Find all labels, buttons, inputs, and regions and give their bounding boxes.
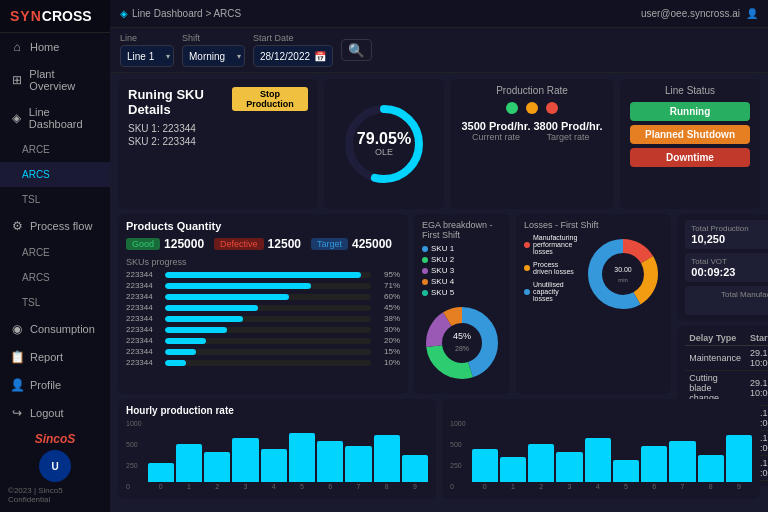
good-label: Good <box>126 238 160 250</box>
sidebar-item-logout[interactable]: ↪Logout <box>0 399 110 424</box>
target-rate: 3800 Prod/hr. Target rate <box>533 120 602 142</box>
user-info: user@oee.syncross.ai 👤 <box>641 8 758 19</box>
sku-bar-label: 223344 <box>126 281 161 290</box>
sku-bar-row: 223344 38% <box>126 314 400 323</box>
delay-type: Maintenance <box>685 346 746 371</box>
bar-fill <box>261 449 287 482</box>
sku-bar-fill <box>165 327 227 333</box>
search-button[interactable]: 🔍 <box>341 39 372 61</box>
rate-dots <box>460 102 604 114</box>
sidebar-item-line-dashboard[interactable]: ◈Line Dashboard <box>0 99 110 137</box>
sku-bar-row: 223344 60% <box>126 292 400 301</box>
sidebar-label-arcs2: ARCS <box>22 272 50 283</box>
bar-col: 0 <box>148 463 174 490</box>
bar-col: 5 <box>289 433 315 491</box>
sku-bar-label: 223344 <box>126 314 161 323</box>
bar-col: 9 <box>726 435 752 490</box>
bar-col: 1 <box>500 457 526 490</box>
y-axis-left: 1000 500 250 0 <box>126 420 144 490</box>
target-label: Target <box>311 238 348 250</box>
sku-bar-track <box>165 283 371 289</box>
line-select[interactable]: Line 1 <box>120 45 174 67</box>
sku-bars: 223344 95% 223344 71% 223344 60% 223344 … <box>126 270 400 367</box>
y-max: 1000 <box>126 420 142 427</box>
shift-select[interactable]: Morning <box>182 45 245 67</box>
sku-bar-pct: 71% <box>375 281 400 290</box>
ega-legend-1: SKU 1 <box>422 244 502 253</box>
bar-label: 8 <box>385 483 389 490</box>
sku-bar-track <box>165 327 371 333</box>
bar-col: 8 <box>374 435 400 490</box>
sidebar-item-arcs2[interactable]: ARCS <box>0 265 110 290</box>
user-email: user@oee.syncross.ai <box>641 8 740 19</box>
y-axis-right: 1000 500 250 0 <box>450 420 468 490</box>
bar-col: 6 <box>641 446 667 490</box>
logout-icon: ↪ <box>10 406 24 420</box>
hourly-panel-left: Hourly production rate 1000 500 250 0 0 … <box>118 399 436 499</box>
sku1-detail: SKU 1: 223344 <box>128 123 308 134</box>
y-zero: 0 <box>126 483 142 490</box>
target-rate-label: Target rate <box>533 132 602 142</box>
target-rate-value: 3800 Prod/hr. <box>533 120 602 132</box>
middle-right: Total Production 10,250 Total Rejected 1… <box>677 214 768 394</box>
bar-label: 9 <box>737 483 741 490</box>
bar-col: 3 <box>556 452 582 490</box>
svg-text:min: min <box>619 277 629 283</box>
mfg-label: Total Manufacturing Performance losses <box>691 290 768 299</box>
sidebar-item-arcs[interactable]: ARCS <box>0 162 110 187</box>
sidebar-item-home[interactable]: ⌂Home <box>0 33 110 61</box>
losses-donut-svg: 30.00 min <box>583 234 663 314</box>
bar-col: 2 <box>204 452 230 490</box>
stop-production-button[interactable]: Stop Production <box>232 87 308 111</box>
sidebar-item-plant-overview[interactable]: ⊞Plant Overview <box>0 61 110 99</box>
bar-fill <box>289 433 315 483</box>
line-control: Line Line 1 <box>120 33 174 67</box>
sku-bar-label: 223344 <box>126 325 161 334</box>
logo-cross: CROSS <box>42 8 92 24</box>
sku-bar-label: 223344 <box>126 347 161 356</box>
sku-title: Runing SKU Details <box>128 87 232 117</box>
sidebar-label-arce2: ARCE <box>22 247 50 258</box>
bar-col: 4 <box>261 449 287 490</box>
total-production-cell: Total Production 10,250 <box>685 220 768 249</box>
sku-bar-pct: 60% <box>375 292 400 301</box>
bar-label: 0 <box>159 483 163 490</box>
sidebar-item-consumption[interactable]: ◉Consumption <box>0 315 110 343</box>
shift-select-wrapper[interactable]: Morning <box>182 45 245 67</box>
y-low: 250 <box>126 462 142 469</box>
charts-panel: EGA breakdown - First Shift SKU 1 SKU 2 … <box>414 214 671 394</box>
ole-gauge: 79.05% OLE <box>339 99 429 189</box>
sidebar-item-tsl2[interactable]: TSL <box>0 290 110 315</box>
line-select-wrapper[interactable]: Line 1 <box>120 45 174 67</box>
sidebar-item-arce2[interactable]: ARCE <box>0 240 110 265</box>
sku-bar-row: 223344 95% <box>126 270 400 279</box>
sidebar-item-report[interactable]: 📋Report <box>0 343 110 371</box>
sidebar: SYNCROSS ⌂Home ⊞Plant Overview ◈Line Das… <box>0 0 110 512</box>
sidebar-label-line: Line Dashboard <box>29 106 100 130</box>
sku-bar-fill <box>165 349 196 355</box>
sku-bar-fill <box>165 316 243 322</box>
bar-fill <box>641 446 667 482</box>
sidebar-item-tsl1[interactable]: TSL <box>0 187 110 212</box>
sidebar-item-arce[interactable]: ARCE <box>0 137 110 162</box>
date-picker[interactable]: 28/12/2022 📅 <box>253 45 333 67</box>
production-rate-title: Production Rate <box>460 85 604 96</box>
sidebar-item-process-flow[interactable]: ⚙Process flow <box>0 212 110 240</box>
ega-dot-2 <box>422 257 428 263</box>
bar-label: 9 <box>413 483 417 490</box>
running-status-button[interactable]: Running <box>630 102 750 121</box>
svg-text:45%: 45% <box>453 331 471 341</box>
sku-bar-track <box>165 272 371 278</box>
date-value: 28/12/2022 <box>260 51 310 62</box>
rate-info: 3500 Prod/hr. Current rate 3800 Prod/hr.… <box>460 120 604 142</box>
total-production-label: Total Production <box>691 224 768 233</box>
sidebar-item-profile[interactable]: 👤Profile <box>0 371 110 399</box>
logo: SYNCROSS <box>0 0 110 33</box>
downtime-status-button[interactable]: Downtime <box>630 148 750 167</box>
ega-legend-3: SKU 3 <box>422 266 502 275</box>
ega-dot-4 <box>422 279 428 285</box>
bar-fill <box>556 452 582 482</box>
planned-status-button[interactable]: Planned Shutdown <box>630 125 750 144</box>
bar-label: 5 <box>300 483 304 490</box>
sidebar-label-process: Process flow <box>30 220 92 232</box>
